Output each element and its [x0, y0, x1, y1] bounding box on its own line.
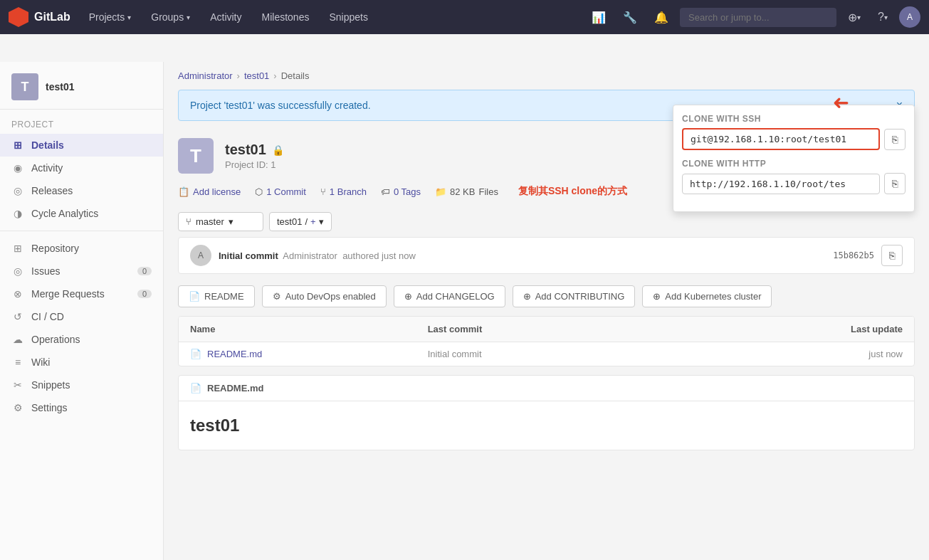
file-table-header: Name Last commit Last update — [179, 317, 914, 342]
sidebar-project-name: test01 — [46, 81, 74, 93]
license-icon: 📋 — [178, 186, 189, 197]
nav-projects[interactable]: Projects ▾ — [82, 7, 139, 27]
commit-hash-copy-button[interactable]: ⎘ — [881, 245, 903, 266]
merge-requests-badge: 0 — [137, 290, 152, 298]
clone-ssh-copy-button[interactable]: ⎘ — [884, 129, 906, 150]
repository-icon: ⊞ — [11, 243, 24, 254]
kubernetes-icon: ⊕ — [653, 291, 661, 302]
sidebar-item-wiki-label: Wiki — [31, 356, 50, 368]
issues-badge: 0 — [137, 267, 152, 275]
settings-icon: ⚙ — [11, 402, 24, 413]
cicd-icon: ↺ — [11, 311, 24, 322]
button-grid: 📄 README ⚙ Auto DevOps enabled ⊕ Add CHA… — [164, 274, 929, 316]
sidebar-item-snippets[interactable]: ✂ Snippets — [0, 374, 163, 396]
sidebar-item-operations[interactable]: ☁ Operations — [0, 328, 163, 351]
chart-icon[interactable]: 📊 — [586, 6, 612, 28]
contributing-icon: ⊕ — [523, 291, 531, 302]
issues-icon: ◎ — [11, 265, 24, 277]
sidebar-item-activity[interactable]: ◉ Activity — [0, 157, 163, 179]
sidebar-item-issues-label: Issues — [31, 265, 60, 277]
nav-milestones[interactable]: Milestones — [255, 7, 317, 27]
sidebar-item-wiki[interactable]: ≡ Wiki — [0, 351, 163, 374]
gitlab-logo-text: GitLab — [34, 11, 70, 23]
releases-icon: ◎ — [11, 185, 24, 196]
readme-file-icon: 📄 — [190, 383, 201, 393]
commits-stat: ⬡ 1 Commit — [255, 186, 306, 197]
add-license-stat: 📋 Add license — [178, 186, 241, 197]
add-contributing-button[interactable]: ⊕ Add CONTRIBUTING — [513, 285, 636, 307]
readme-section: 📄 README.md test01 — [178, 375, 915, 450]
sidebar-item-merge-requests[interactable]: ⊗ Merge Requests 0 — [0, 282, 163, 305]
nav-activity[interactable]: Activity — [203, 7, 248, 27]
search-input[interactable] — [680, 8, 836, 27]
sidebar-item-cycle-analytics[interactable]: ◑ Cycle Analytics — [0, 202, 163, 225]
path-chevron-icon: ▾ — [319, 216, 324, 227]
chinese-annotation: 复制其SSH clone的方式 — [518, 185, 627, 198]
file-last-commit: Initial commit — [428, 349, 784, 359]
branch-dropdown[interactable]: ⑂ master ▾ — [178, 212, 263, 231]
help-icon[interactable]: ? ▾ — [872, 6, 893, 28]
sidebar-project-header: T test01 — [0, 62, 163, 110]
snippets-icon: ✂ — [11, 379, 24, 391]
readme-icon: 📄 — [189, 291, 200, 302]
user-avatar[interactable]: A — [899, 6, 920, 28]
sidebar-item-snippets-label: Snippets — [31, 379, 70, 391]
file-table-commit-header: Last commit — [428, 324, 784, 334]
sidebar-project-avatar: T — [11, 73, 38, 100]
sidebar-item-cycle-analytics-label: Cycle Analytics — [31, 208, 98, 219]
wrench-icon[interactable]: 🔧 — [617, 6, 643, 28]
add-license-link[interactable]: Add license — [193, 186, 241, 197]
tags-count-link[interactable]: 0 Tags — [394, 186, 421, 197]
logo-area[interactable]: GitLab — [9, 7, 70, 27]
readme-header: 📄 README.md — [179, 376, 914, 401]
file-table-name-header: Name — [190, 324, 428, 334]
file-name-link[interactable]: README.md — [207, 349, 262, 359]
commit-hash: 15b862b5 — [833, 250, 874, 260]
sidebar-item-repository-label: Repository — [31, 243, 79, 254]
cycle-analytics-icon: ◑ — [11, 208, 24, 219]
merge-requests-icon: ⊗ — [11, 288, 24, 300]
file-last-update: just now — [784, 349, 903, 359]
success-alert-text: Project 'test01' was successfully create… — [190, 100, 371, 111]
gitlab-logo-icon — [9, 7, 28, 27]
clone-dropdown: Clone with SSH ⎘ Clone with HTTP ⎘ — [673, 105, 915, 212]
sidebar-item-releases[interactable]: ◎ Releases — [0, 179, 163, 202]
sidebar-item-issues[interactable]: ◎ Issues 0 — [0, 260, 163, 282]
project-title-area: test01 🔒 Project ID: 1 — [225, 142, 666, 170]
clone-http-copy-button[interactable]: ⎘ — [884, 173, 906, 194]
breadcrumb: Administrator › test01 › Details — [164, 62, 929, 90]
top-navigation: GitLab Projects ▾ Groups ▾ Activity Mile… — [0, 0, 929, 34]
branches-stat: ⑂ 1 Branch — [320, 186, 367, 197]
sidebar-item-operations-label: Operations — [31, 334, 80, 345]
readme-button[interactable]: 📄 README — [178, 285, 255, 307]
readme-filename: README.md — [207, 383, 263, 393]
commit-author: Administrator authored just now — [280, 250, 415, 261]
commits-count-link[interactable]: 1 Commit — [266, 186, 306, 197]
sidebar-section-project: Project — [0, 110, 163, 134]
sidebar-item-cicd[interactable]: ↺ CI / CD — [0, 305, 163, 328]
breadcrumb-current: Details — [281, 70, 310, 81]
breadcrumb-project-link[interactable]: test01 — [244, 70, 269, 81]
nav-groups[interactable]: Groups ▾ — [144, 7, 197, 27]
plus-chevron-icon: ▾ — [857, 14, 861, 21]
add-file-button[interactable]: + — [310, 216, 316, 227]
commit-details: Initial commit Administrator authored ju… — [219, 250, 416, 261]
main-content: Administrator › test01 › Details Project… — [164, 62, 929, 560]
add-kubernetes-button[interactable]: ⊕ Add Kubernetes cluster — [642, 285, 772, 307]
sidebar-item-settings[interactable]: ⚙ Settings — [0, 396, 163, 419]
sidebar-item-details[interactable]: ⊞ Details — [0, 134, 163, 157]
clone-http-input[interactable] — [682, 174, 880, 194]
commit-author-avatar: A — [190, 245, 211, 266]
notification-icon[interactable]: 🔔 — [649, 6, 674, 28]
sidebar-item-releases-label: Releases — [31, 185, 73, 196]
add-changelog-button[interactable]: ⊕ Add CHANGELOG — [394, 285, 505, 307]
sidebar-item-repository[interactable]: ⊞ Repository — [0, 237, 163, 260]
nav-snippets[interactable]: Snippets — [322, 7, 374, 27]
plus-icon[interactable]: ⊕ ▾ — [842, 6, 866, 28]
branches-count-link[interactable]: 1 Branch — [330, 186, 367, 197]
branches-icon: ⑂ — [320, 186, 326, 197]
breadcrumb-admin-link[interactable]: Administrator — [178, 70, 233, 81]
file-name: 📄 README.md — [190, 349, 428, 359]
clone-ssh-input[interactable] — [682, 128, 880, 150]
autodevops-button[interactable]: ⚙ Auto DevOps enabled — [262, 285, 387, 307]
